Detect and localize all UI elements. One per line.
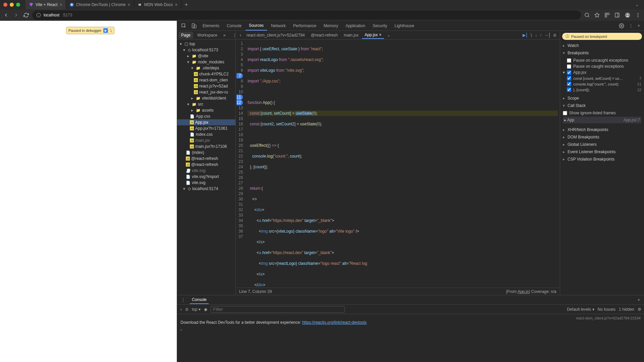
tree-file[interactable]: JSApp.jsx?t=171061 — [177, 125, 235, 131]
console-settings-icon[interactable]: ⚙ — [638, 307, 641, 312]
tree-file[interactable]: JS@react-refresh — [177, 162, 235, 168]
event-listener-breakpoints-header[interactable]: ▸Event Listener Breakpoints — [560, 148, 644, 156]
breakpoint-item[interactable]: console.log("count:", count);11 — [567, 81, 641, 87]
navigator-tab-workspace[interactable]: Workspace — [195, 32, 220, 39]
live-expression-icon[interactable]: ◉ — [204, 307, 207, 312]
panel-tab-network[interactable]: Network — [268, 21, 289, 30]
reload-button[interactable] — [23, 12, 29, 18]
editor-tab[interactable]: @react-refresh — [308, 32, 340, 39]
step-out-button[interactable]: ↑ — [540, 33, 542, 38]
console-filter-input[interactable] — [211, 306, 345, 313]
tree-origin[interactable]: ▾◇localhost:5174 — [177, 186, 235, 192]
step-into-button[interactable]: ↓ — [535, 33, 537, 38]
bookmark-icon[interactable] — [594, 12, 600, 18]
tree-file[interactable]: vite.svg — [177, 180, 235, 186]
panel-tab-application[interactable]: Application — [342, 21, 369, 30]
tree-root[interactable]: ▾▢top — [177, 41, 235, 47]
device-toolbar-icon[interactable] — [189, 23, 199, 28]
tree-folder[interactable]: ▾.vite/deps — [177, 65, 235, 71]
show-ignore-listed-checkbox[interactable]: Show ignore-listed frames — [563, 110, 641, 116]
callstack-pane-header[interactable]: ▾Call Stack — [560, 102, 644, 109]
panel-tab-elements[interactable]: Elements — [199, 21, 223, 30]
site-info-icon[interactable] — [36, 13, 41, 17]
tree-folder[interactable]: ▸@vite — [177, 53, 235, 59]
tree-folder[interactable]: ▾src — [177, 101, 235, 107]
tree-file[interactable]: JSmain.jsx?t=17106 — [177, 143, 235, 149]
breakpoint-item[interactable]: const [count, setCount] = us…7 — [567, 75, 641, 81]
close-drawer-icon[interactable]: × — [636, 298, 642, 302]
tree-folder[interactable]: ▸assets — [177, 107, 235, 113]
editor-tab[interactable]: App.jsx× — [362, 32, 384, 39]
drawer-tab-console[interactable]: Console — [190, 296, 209, 304]
tree-file[interactable]: JSApp.jsx — [177, 119, 235, 125]
clear-console-icon[interactable]: ⊘ — [185, 307, 189, 312]
tree-file[interactable]: index.css — [177, 131, 235, 137]
tree-file[interactable]: JSreact_jsx-dev-ru — [177, 89, 235, 95]
inspect-element-icon[interactable] — [179, 23, 189, 28]
menu-icon[interactable] — [635, 12, 641, 18]
scope-pane-header[interactable]: ▸Scope — [560, 95, 644, 102]
back-button[interactable] — [3, 12, 9, 18]
navigator-tab-page[interactable]: Page — [178, 32, 193, 39]
step-button[interactable]: →⎮ — [544, 33, 550, 38]
more-icon[interactable]: ⋮ — [627, 23, 635, 28]
chevron-down-icon[interactable]: ⌄ — [633, 2, 641, 7]
panel-tab-memory[interactable]: Memory — [320, 21, 341, 30]
profile-icon[interactable] — [625, 12, 631, 18]
pause-caught-checkbox[interactable]: Pause on caught exceptions — [567, 63, 641, 69]
drawer-menu-icon[interactable]: ⋮ — [179, 298, 187, 302]
line-gutter[interactable]: 123456 78910 1112131415 1617181920 21222… — [236, 40, 246, 288]
browser-tab[interactable]: M MDN Web Docs × — [134, 0, 181, 9]
zoom-icon[interactable] — [584, 12, 590, 18]
new-tab-button[interactable]: + — [181, 2, 191, 8]
step-over-button[interactable]: ⤵ — [530, 33, 532, 38]
resume-icon[interactable]: ▶ — [103, 28, 108, 33]
tree-origin[interactable]: ▾◇localhost:5173 — [177, 47, 235, 53]
close-tab-icon[interactable]: × — [175, 2, 178, 7]
extensions-icon[interactable] — [604, 12, 610, 18]
toggle-debugger-icon[interactable]: ⫠ — [385, 33, 393, 38]
dom-breakpoints-header[interactable]: ▸DOM Breakpoints — [560, 133, 644, 141]
xhr-breakpoints-header[interactable]: ▸XHR/fetch Breakpoints — [560, 126, 644, 133]
tree-file[interactable]: (index) — [177, 149, 235, 156]
tree-file[interactable]: vite.svg — [177, 168, 235, 174]
pause-uncaught-checkbox[interactable]: Pause on uncaught exceptions — [567, 57, 641, 63]
csp-breakpoints-header[interactable]: ▸CSP Violation Breakpoints — [560, 156, 644, 163]
message-location[interactable]: react-dom_client.js?v=52ad2784:21534 — [180, 316, 641, 320]
breakpoint-file-toggle[interactable]: ▾App.jsx — [563, 69, 641, 75]
address-bar[interactable]: localhost:5173 — [32, 10, 581, 20]
tree-file[interactable]: JSmain.jsx — [177, 137, 235, 143]
tree-file[interactable]: JSreact.js?v=52ad — [177, 83, 235, 89]
tree-file[interactable]: JSchunk-4YP5LC2 — [177, 71, 235, 77]
code-editor[interactable]: 123456 78910 1112131415 1617181920 21222… — [236, 40, 560, 288]
resume-button[interactable]: ▶⎮ — [523, 33, 528, 38]
close-tab-icon[interactable]: × — [128, 2, 130, 7]
panel-tab-sources[interactable]: Sources — [246, 21, 267, 31]
console-sidebar-toggle-icon[interactable]: ⫞ — [180, 307, 182, 312]
console-link[interactable]: https://reactjs.org/link/react-devtools — [302, 320, 367, 325]
toggle-navigator-icon[interactable]: ⫞ — [237, 33, 243, 38]
tree-file[interactable]: JS@react-refresh — [177, 156, 235, 162]
minimize-window-icon[interactable] — [10, 3, 14, 7]
console-output[interactable]: react-dom_client.js?v=52ad2784:21534 Dow… — [177, 314, 644, 362]
file-tree[interactable]: ▾▢top ▾◇localhost:5173 ▸@vite ▾node_modu… — [177, 40, 235, 295]
code-content[interactable]: import { useEffect, useState } from "rea… — [246, 40, 560, 288]
hidden-messages[interactable]: 1 hidden — [619, 307, 634, 312]
tree-folder[interactable]: ▾node_modules — [177, 59, 235, 65]
editor-tab[interactable]: main.jsx — [341, 32, 361, 39]
tree-file[interactable]: JSreact-dom_clien — [177, 77, 235, 83]
step-over-icon[interactable]: ⤵ — [110, 28, 112, 33]
issues-indicator[interactable]: No Issues — [598, 307, 615, 312]
deactivate-breakpoints-button[interactable]: ⊘ — [553, 33, 556, 38]
breakpoints-pane-header[interactable]: ▾Breakpoints — [560, 49, 644, 57]
tree-file[interactable]: vite.svg?import — [177, 174, 235, 180]
breakpoint-item[interactable]: }, [count]);12 — [567, 87, 641, 93]
browser-tab[interactable]: Vite + React × — [25, 0, 66, 9]
console-context-selector[interactable]: top ▾ — [192, 307, 201, 312]
stack-frame[interactable]: ▸ AppApp.jsx:7 — [563, 117, 641, 123]
watch-pane-header[interactable]: ▸Watch — [560, 42, 644, 49]
tree-folder[interactable]: ▸vite/dist/client — [177, 95, 235, 101]
global-listeners-header[interactable]: ▸Global Listeners — [560, 141, 644, 148]
side-panel-icon[interactable] — [614, 12, 620, 18]
settings-icon[interactable] — [617, 23, 626, 28]
